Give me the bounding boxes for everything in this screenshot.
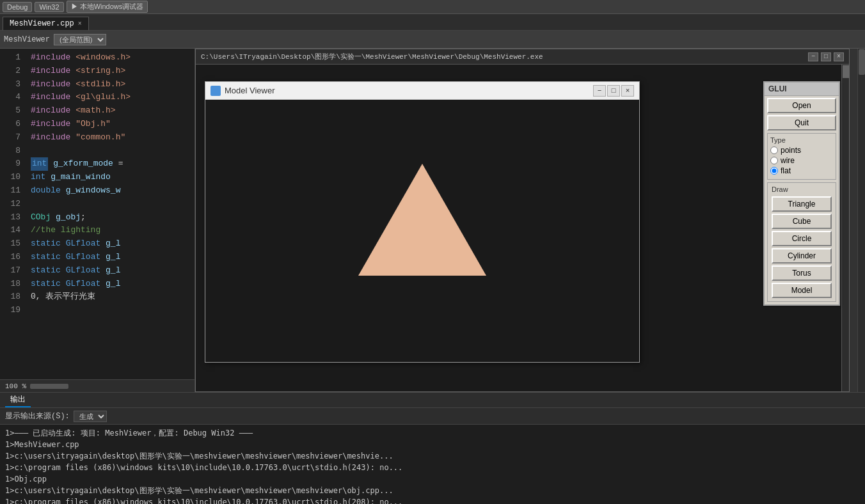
radio-flat-label: flat <box>781 166 791 175</box>
ide-scroll-thumb[interactable] <box>859 49 865 75</box>
torus-button[interactable]: Torus <box>772 265 832 281</box>
exe-minimize-btn[interactable]: − <box>808 52 818 61</box>
model-minimize-btn[interactable]: − <box>593 85 606 97</box>
line-numbers: 12345 678910 1112131415 1617181819 <box>0 49 26 379</box>
platform-dropdown[interactable]: Win32 <box>35 2 63 12</box>
cylinder-button[interactable]: Cylinder <box>772 248 832 264</box>
output-line: 1>c:\program files (x86)\windows kits\10… <box>5 496 860 504</box>
triangle-button[interactable]: Triangle <box>772 196 832 212</box>
code-line: static GLfloat g_l <box>31 278 189 291</box>
exe-close-btn[interactable]: × <box>834 52 844 61</box>
output-line: 1>——— 已启动生成: 项目: MeshViewer，配置: Debug Wi… <box>5 427 860 439</box>
radio-flat-input[interactable] <box>770 167 778 175</box>
output-line: 1>c:\program files (x86)\windows kits\10… <box>5 462 860 473</box>
zoom-level: 100 % <box>5 382 26 390</box>
model-button[interactable]: Model <box>772 283 832 298</box>
code-line: //the lighting <box>31 224 189 237</box>
circle-button[interactable]: Circle <box>772 231 832 246</box>
model-titlebar: Model Viewer − □ × <box>205 82 639 100</box>
tab-bar: MeshViewer.cpp × <box>0 14 865 31</box>
output-source-label: 显示输出来源(S): <box>5 411 70 421</box>
code-line: static GLfloat g_l <box>31 251 189 264</box>
ide-toolbar2: MeshViewer (全局范围) <box>0 31 865 49</box>
triangle-shape <box>358 164 486 276</box>
zoom-scrollbar[interactable] <box>30 384 68 389</box>
output-content: 1>——— 已启动生成: 项目: MeshViewer，配置: Debug Wi… <box>0 425 865 504</box>
code-area: 12345 678910 1112131415 1617181819 #incl… <box>0 49 194 379</box>
model-window: Model Viewer − □ × <box>205 81 640 363</box>
code-line <box>31 304 189 317</box>
output-line: 1>MeshViewer.cpp <box>5 439 860 450</box>
code-line: #include "Obj.h" <box>31 118 189 131</box>
output-line: 1>c:\users\itryagain\desktop\图形学\实验一\mes… <box>5 450 860 462</box>
code-line: CObj g_obj; <box>31 211 189 224</box>
file-tree-item: MeshViewer <box>4 35 50 44</box>
output-tab[interactable]: 输出 <box>5 393 31 407</box>
output-source-select[interactable]: 生成 <box>74 411 107 422</box>
exe-window: C:\Users\ITryagain\Desktop\图形学\实验一\MeshV… <box>195 49 850 392</box>
code-content[interactable]: #include <windows.h> #include <string.h>… <box>26 49 194 379</box>
output-tabs: 输出 <box>0 393 865 408</box>
tab-label: MeshViewer.cpp <box>10 19 74 28</box>
open-button[interactable]: Open <box>767 98 836 113</box>
model-canvas <box>205 100 639 362</box>
code-line: #include <gl\glui.h> <box>31 91 189 104</box>
ide-container: Debug Win32 ▶ 本地Windows调试器 MeshViewer.cp… <box>0 0 865 504</box>
type-group-label: Type <box>770 136 833 144</box>
glui-title: GLUI <box>765 83 839 96</box>
model-maximize-btn[interactable]: □ <box>607 85 620 97</box>
radio-points-label: points <box>781 146 801 155</box>
radio-wire-input[interactable] <box>770 157 778 164</box>
code-line <box>31 198 189 211</box>
radio-wire-label: wire <box>781 156 795 165</box>
main-area: 12345 678910 1112131415 1617181819 #incl… <box>0 49 865 392</box>
output-line: 1>c:\users\itryagain\desktop\图形学\实验一\mes… <box>5 485 860 496</box>
viewer-area: C:\Users\ITryagain\Desktop\图形学\实验一\MeshV… <box>195 49 857 392</box>
exe-maximize-btn[interactable]: □ <box>821 52 831 61</box>
code-panel: 12345 678910 1112131415 1617181819 #incl… <box>0 49 195 392</box>
code-line: #include <math.h> <box>31 104 189 118</box>
debug-dropdown[interactable]: Debug <box>3 2 32 12</box>
output-line: 1>Obj.cpp <box>5 473 860 485</box>
scope-dropdown[interactable]: (全局范围) <box>54 34 106 45</box>
code-line: static GLfloat g_l <box>31 237 189 251</box>
cube-button[interactable]: Cube <box>772 214 832 229</box>
draw-group-label: Draw <box>769 184 834 194</box>
run-button[interactable]: ▶ 本地Windows调试器 <box>67 1 148 13</box>
model-title-text: Model Viewer <box>225 86 589 95</box>
exe-titlebar: C:\Users\ITryagain\Desktop\图形学\实验一\MeshV… <box>196 49 849 65</box>
exe-scroll-thumb[interactable] <box>843 65 849 78</box>
code-line: #include <windows.h> <box>31 51 189 65</box>
glui-panel: GLUI Open Quit Type points wire <box>763 81 840 306</box>
model-icon <box>210 86 221 96</box>
radio-points[interactable]: points <box>770 146 833 155</box>
radio-points-input[interactable] <box>770 146 778 154</box>
output-panel: 输出 显示输出来源(S): 生成 1>——— 已启动生成: 项目: MeshVi… <box>0 392 865 504</box>
tab-close-icon[interactable]: × <box>78 20 82 28</box>
code-line: #include <string.h> <box>31 65 189 78</box>
exe-scrollbar[interactable] <box>841 65 849 391</box>
exe-controls: − □ × <box>808 52 844 61</box>
type-group: Type points wire flat <box>767 133 836 180</box>
draw-group: Draw Triangle Cube Circle Cylinder Torus… <box>767 182 836 302</box>
radio-wire[interactable]: wire <box>770 156 833 165</box>
radio-flat[interactable]: flat <box>770 166 833 175</box>
code-line-9: int g_xform_mode = <box>31 157 189 171</box>
file-tab-meshviewer[interactable]: MeshViewer.cpp × <box>3 17 89 30</box>
exe-title-text: C:\Users\ITryagain\Desktop\图形学\实验一\MeshV… <box>201 52 808 61</box>
output-toolbar: 显示输出来源(S): 生成 <box>0 408 865 425</box>
model-controls: − □ × <box>593 85 634 97</box>
code-line: #include "common.h" <box>31 131 189 145</box>
zoom-bar: 100 % <box>0 379 194 392</box>
ide-scrollbar[interactable] <box>857 49 865 392</box>
model-close-btn[interactable]: × <box>621 85 634 97</box>
code-line: #include <stdlib.h> <box>31 78 189 91</box>
code-line <box>31 145 189 158</box>
code-line: int g_main_windo <box>31 171 189 184</box>
quit-button[interactable]: Quit <box>767 115 836 130</box>
code-line: static GLfloat g_l <box>31 264 189 278</box>
code-line: 0, 表示平行光束 <box>31 290 189 304</box>
ide-toolbar: Debug Win32 ▶ 本地Windows调试器 <box>0 0 865 14</box>
code-line: double g_windows_w <box>31 184 189 198</box>
